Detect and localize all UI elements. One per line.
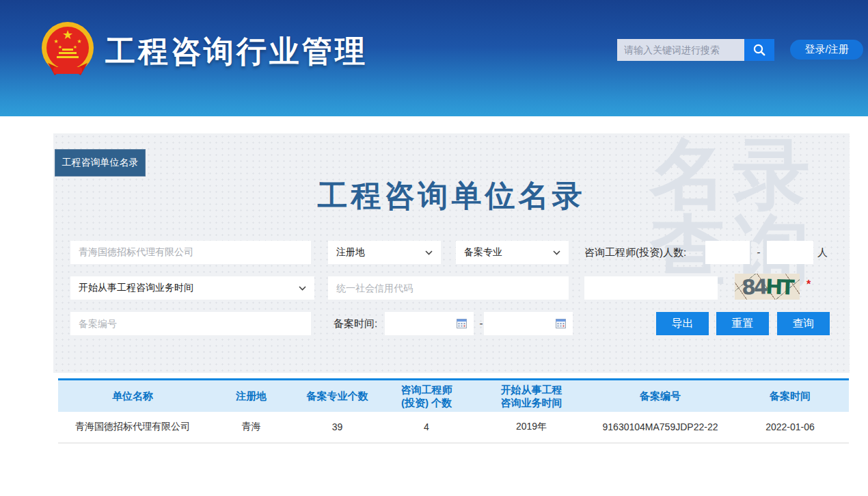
start-time-selected-value: 开始从事工程咨询业务时间 [79,282,193,294]
svg-text:★: ★ [73,44,77,49]
directory-search-panel: 名录 查询 工程咨询单位名录 工程咨询单位名录 注册地 备案专业 咨询工程师(投… [53,133,850,373]
query-button[interactable]: 查询 [777,312,830,335]
page-title: 工程咨询单位名录 [53,176,850,216]
login-register-button[interactable]: 登录/注册 [790,40,863,60]
captcha-text-part2: HT [765,274,793,299]
start-time-select[interactable]: 开始从事工程咨询业务时间 [70,276,314,300]
site-title: 工程咨询行业管理 [105,31,368,72]
captcha-image[interactable]: 84 HT [735,274,800,300]
calendar-icon [457,319,467,328]
captcha-input[interactable] [584,276,718,300]
cell-record-number: 91630104MA759JDP22-22 [589,412,731,443]
record-time-start-input[interactable] [385,312,474,335]
engineer-count-label: 咨询工程师(投资)人数: [584,241,686,264]
svg-text:★: ★ [77,38,81,44]
record-time-label: 备案时间: [334,312,377,335]
svg-text:★: ★ [62,28,73,42]
col-header-record-time: 备案时间 [731,380,849,412]
register-place-select[interactable]: 注册地 [328,241,441,264]
reset-button[interactable]: 重置 [716,312,769,335]
cell-unit-name: 青海国德招标代理有限公司 [58,412,207,443]
cell-major-count: 39 [295,412,379,443]
cell-record-time: 2022-01-06 [731,412,849,443]
captcha-text-part1: 84 [742,274,767,299]
tab-unit-directory[interactable]: 工程咨询单位名录 [55,149,146,177]
record-major-select[interactable]: 备案专业 [456,241,569,264]
col-header-register-place: 注册地 [207,380,295,412]
chevron-down-icon [553,250,560,255]
engineer-count-max-input[interactable] [767,241,813,264]
table-row[interactable]: 青海国德招标代理有限公司 青海 39 4 2019年 91630104MA759… [58,412,849,443]
cell-engineer-count: 4 [379,412,474,443]
svg-text:★: ★ [53,38,58,44]
credit-code-input[interactable] [328,276,569,300]
chevron-down-icon [425,250,433,255]
range-separator: - [753,241,764,264]
record-time-end-input[interactable] [484,312,573,335]
person-unit-label: 人 [817,241,828,264]
col-header-start-time: 开始从事工程 咨询业务时间 [474,380,589,412]
col-header-unit-name: 单位名称 [58,380,207,412]
chevron-down-icon [299,286,306,291]
national-emblem-logo: ★ ★ ★ ★ ★ [40,21,96,79]
export-button[interactable]: 导出 [656,312,709,335]
record-number-input[interactable] [70,312,311,335]
engineer-count-min-input[interactable] [705,241,750,264]
svg-text:★: ★ [58,44,62,49]
cell-register-place: 青海 [207,412,295,443]
col-header-record-number: 备案编号 [589,380,731,412]
calendar-icon [556,319,566,328]
required-asterisk: * [806,278,811,291]
search-button[interactable] [744,39,774,61]
results-table: 单位名称 注册地 备案专业个数 咨询工程师 (投资) 个数 开始从事工程 咨询业… [58,378,849,443]
col-header-engineer-count: 咨询工程师 (投资) 个数 [379,380,474,412]
cell-start-time: 2019年 [474,412,589,443]
register-place-selected-value: 注册地 [336,246,365,259]
header-search [617,39,774,61]
col-header-major-count: 备案专业个数 [295,380,379,412]
keyword-search-input[interactable] [617,39,744,61]
record-major-selected-value: 备案专业 [464,246,502,259]
site-header: ★ ★ ★ ★ ★ 工程咨询行业管理 登录/注册 [0,0,868,116]
table-header-row: 单位名称 注册地 备案专业个数 咨询工程师 (投资) 个数 开始从事工程 咨询业… [58,380,849,412]
search-icon [752,43,766,57]
company-name-input[interactable] [70,241,311,264]
